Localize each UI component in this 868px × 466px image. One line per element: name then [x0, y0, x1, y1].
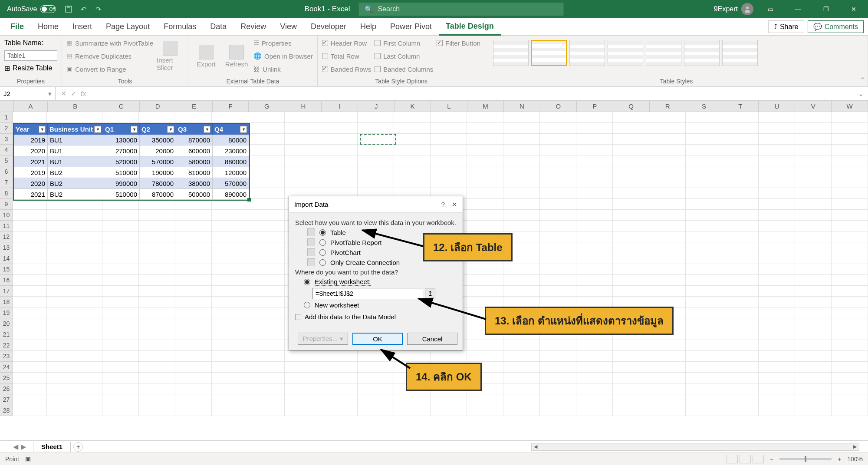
cell[interactable] [175, 383, 212, 394]
select-all-button[interactable] [0, 101, 14, 112]
radio-new-worksheet[interactable] [304, 302, 310, 308]
cell[interactable] [540, 199, 576, 210]
cell[interactable] [467, 134, 503, 145]
cell[interactable] [832, 286, 868, 297]
cell[interactable] [722, 123, 759, 134]
cell[interactable] [722, 351, 759, 362]
cell[interactable] [212, 351, 248, 362]
redo-icon[interactable]: ↷ [93, 4, 103, 14]
cell[interactable] [613, 112, 649, 123]
cell[interactable] [248, 297, 285, 307]
table-cell[interactable]: 2019 [14, 167, 48, 178]
cell[interactable] [285, 177, 321, 188]
cell[interactable] [503, 394, 540, 405]
cell[interactable] [722, 362, 759, 373]
cell[interactable] [503, 188, 540, 199]
cell[interactable] [102, 394, 139, 405]
cell[interactable] [431, 166, 467, 177]
cell[interactable] [686, 318, 722, 329]
cell[interactable] [540, 362, 576, 373]
macro-record-icon[interactable]: ▣ [25, 456, 31, 463]
cell[interactable] [13, 112, 47, 123]
cell[interactable] [759, 253, 795, 264]
cell[interactable] [649, 297, 686, 307]
cell[interactable] [795, 307, 832, 318]
cell[interactable] [686, 405, 722, 416]
cell[interactable] [47, 297, 102, 307]
fx-icon[interactable]: fx [81, 90, 86, 98]
cell[interactable] [358, 123, 394, 134]
cell[interactable] [649, 242, 686, 253]
cell[interactable] [139, 210, 175, 221]
cell[interactable] [248, 373, 285, 383]
style-thumb[interactable] [646, 40, 681, 66]
cell[interactable] [47, 318, 102, 329]
cell[interactable] [649, 188, 686, 199]
cell[interactable] [47, 210, 102, 221]
cell[interactable] [540, 275, 576, 286]
cell[interactable] [722, 199, 759, 210]
cell[interactable] [722, 166, 759, 177]
cell[interactable] [540, 231, 576, 242]
cell[interactable] [540, 177, 576, 188]
cell[interactable] [795, 253, 832, 264]
cell[interactable] [686, 155, 722, 166]
table-header-cell[interactable]: Q1▾ [103, 124, 140, 135]
cell[interactable] [102, 362, 139, 373]
cell[interactable] [686, 253, 722, 264]
cell[interactable] [576, 286, 613, 297]
cell[interactable] [686, 340, 722, 351]
cell[interactable] [722, 307, 759, 318]
cell[interactable] [649, 394, 686, 405]
cell[interactable] [540, 112, 576, 123]
cell[interactable] [358, 145, 394, 155]
cell[interactable] [613, 394, 649, 405]
cell[interactable] [540, 351, 576, 362]
cell[interactable] [576, 177, 613, 188]
cell[interactable] [795, 351, 832, 362]
cell[interactable] [686, 134, 722, 145]
cell[interactable] [722, 264, 759, 275]
zoom-slider[interactable] [779, 458, 832, 460]
table-cell[interactable]: 500000 [176, 189, 213, 200]
cell[interactable] [503, 221, 540, 231]
cell[interactable] [212, 242, 248, 253]
cell[interactable] [759, 145, 795, 155]
add-sheet-button[interactable]: + [73, 442, 83, 452]
cell[interactable] [13, 253, 47, 264]
cell[interactable] [613, 275, 649, 286]
cell[interactable] [503, 123, 540, 134]
tab-file[interactable]: File [3, 18, 31, 36]
cell[interactable] [540, 383, 576, 394]
cell[interactable] [13, 210, 47, 221]
column-header[interactable]: I [322, 101, 358, 112]
cell[interactable] [832, 340, 868, 351]
cell[interactable] [613, 221, 649, 231]
cell[interactable] [212, 329, 248, 340]
table-header-cell[interactable]: Q4▾ [213, 124, 249, 135]
cell[interactable] [759, 307, 795, 318]
ribbon-display-icon[interactable]: ▭ [760, 0, 781, 18]
cell[interactable] [686, 231, 722, 242]
column-header[interactable]: W [832, 101, 868, 112]
cell[interactable] [759, 134, 795, 145]
cell[interactable] [795, 373, 832, 383]
autosave-toggle[interactable]: Off [40, 5, 56, 13]
cell[interactable] [175, 351, 212, 362]
cell[interactable] [832, 297, 868, 307]
zoom-level[interactable]: 100% [847, 456, 863, 463]
cell[interactable] [613, 155, 649, 166]
cell[interactable] [212, 221, 248, 231]
cell[interactable] [503, 297, 540, 307]
normal-view-icon[interactable] [727, 455, 738, 463]
cell[interactable] [139, 112, 175, 123]
cell[interactable] [175, 221, 212, 231]
cell[interactable] [686, 307, 722, 318]
banded-rows-checkbox[interactable]: Banded Rows [322, 63, 371, 75]
column-header[interactable]: S [686, 101, 723, 112]
cell[interactable] [795, 340, 832, 351]
cell[interactable] [722, 145, 759, 155]
style-thumb[interactable] [569, 40, 605, 66]
cell[interactable] [649, 210, 686, 221]
row-header[interactable]: 3 [0, 134, 13, 145]
